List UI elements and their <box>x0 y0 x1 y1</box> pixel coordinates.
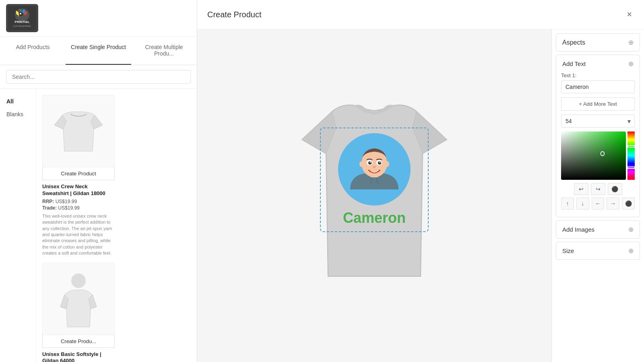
product-title-2: Unisex Basic Softstyle | Gildan 64000 <box>42 351 115 362</box>
move-up-button[interactable]: ↑ <box>561 197 574 210</box>
center-button[interactable]: ⚫ <box>608 183 622 195</box>
canvas-area: Cameron <box>197 29 551 362</box>
create-product-btn-2[interactable]: Create Produ... <box>42 335 115 348</box>
filter-sidebar: All Blanks <box>0 89 36 362</box>
rotate-right-button[interactable]: ↪ <box>591 183 605 195</box>
create-product-btn-1[interactable]: Create Product <box>42 167 115 180</box>
text-1-input[interactable] <box>561 80 635 93</box>
svg-point-20 <box>370 161 371 162</box>
product-desc-1: This well-loved unisex crew neck sweatsh… <box>42 213 115 257</box>
tab-create-multiple[interactable]: Create Multiple Produ... <box>131 37 197 65</box>
svg-text:PRINTIAL: PRINTIAL <box>15 20 30 24</box>
add-text-header[interactable]: Add Text ⊕ <box>556 55 640 72</box>
tab-create-single[interactable]: Create Single Product <box>66 37 131 65</box>
size-section: Size ⊕ <box>556 242 640 260</box>
svg-rect-26 <box>561 132 626 180</box>
align-button[interactable]: ⚫ <box>622 197 635 210</box>
add-images-header[interactable]: Add Images ⊕ <box>556 221 640 238</box>
product-title-1: Unisex Crew Neck Sweatshirt | Gildan 180… <box>42 183 115 197</box>
add-text-icon: ⊕ <box>628 60 634 68</box>
svg-point-21 <box>380 161 381 162</box>
left-panel: PRINTIAL CUSTOM APPAREL Add Products Cre… <box>0 0 197 362</box>
svg-text:CUSTOM APPAREL: CUSTOM APPAREL <box>13 25 31 27</box>
size-title: Size <box>562 247 574 254</box>
add-images-icon: ⊕ <box>628 226 634 233</box>
design-overlay[interactable]: Cameron <box>320 128 429 232</box>
modal-header: Create Product × <box>197 0 644 29</box>
svg-point-8 <box>71 274 86 288</box>
add-text-section: Add Text ⊕ Text 1: Add More Text 8101214 <box>556 55 640 217</box>
modal-body: Cameron Aspects ⊕ <box>197 29 644 362</box>
product-image-2 <box>42 263 115 335</box>
move-left-button[interactable]: ← <box>592 197 605 210</box>
tab-add-products[interactable]: Add Products <box>0 37 66 65</box>
font-size-wrapper: 8101214 16182024 28323640 4854607296 <box>561 115 635 128</box>
move-right-button[interactable]: → <box>607 197 619 210</box>
font-size-select[interactable]: 8101214 16182024 28323640 4854607296 <box>561 115 635 128</box>
add-images-section: Add Images ⊕ <box>556 220 640 239</box>
products-grid: Create Product Unisex Crew Neck Sweatshi… <box>36 89 197 362</box>
product-card: Create Product Unisex Crew Neck Sweatshi… <box>42 95 115 257</box>
tshirt-container: Cameron <box>290 87 459 304</box>
rotate-left-button[interactable]: ↩ <box>574 183 588 195</box>
logo-bar: PRINTIAL CUSTOM APPAREL <box>0 0 197 37</box>
right-panel: Aspects ⊕ Add Text ⊕ Text 1: <box>551 29 644 362</box>
svg-rect-28 <box>627 132 635 180</box>
search-bar <box>0 65 197 89</box>
create-product-modal: Create Product × <box>197 0 644 362</box>
modal-close-button[interactable]: × <box>625 7 634 22</box>
add-more-text-button[interactable]: Add More Text <box>561 97 635 111</box>
content-area: All Blanks <box>0 89 197 362</box>
modal-title: Create Product <box>207 10 262 19</box>
text-label: Text 1: <box>561 72 635 78</box>
design-text: Cameron <box>343 210 406 226</box>
size-header[interactable]: Size ⊕ <box>556 242 640 259</box>
product-card: Create Produ... Unisex Basic Softstyle |… <box>42 263 115 362</box>
main-tabs: Add Products Create Single Product Creat… <box>0 37 197 65</box>
ctrl-row-1: ↩ ↪ ⚫ <box>561 183 635 195</box>
product-rrp-1: RRP: US$19.99 <box>42 199 115 204</box>
aspects-icon: ⊕ <box>628 39 634 46</box>
aspects-section: Aspects ⊕ <box>556 33 640 51</box>
size-icon: ⊕ <box>628 247 634 255</box>
aspects-header[interactable]: Aspects ⊕ <box>556 34 640 51</box>
add-text-body: Text 1: Add More Text 8101214 16182024 2… <box>556 72 640 217</box>
control-buttons: ↩ ↪ ⚫ ↑ ↓ ← → ⚫ <box>561 183 635 210</box>
search-input[interactable] <box>6 70 191 84</box>
modal-overlay: Create Product × <box>197 0 644 362</box>
product-image-1 <box>42 95 115 167</box>
svg-point-23 <box>359 161 363 167</box>
filter-blanks[interactable]: Blanks <box>4 108 32 121</box>
color-gradient-box[interactable] <box>561 132 626 180</box>
product-trade-1: Trade: US$19.99 <box>42 205 115 211</box>
svg-point-24 <box>385 161 389 167</box>
filter-all[interactable]: All <box>4 95 32 108</box>
svg-point-22 <box>373 166 376 168</box>
aspects-title: Aspects <box>562 39 585 46</box>
color-picker <box>561 132 635 180</box>
logo-image: PRINTIAL CUSTOM APPAREL <box>6 4 38 32</box>
app-container: PRINTIAL CUSTOM APPAREL Add Products Cre… <box>0 0 644 362</box>
move-down-button[interactable]: ↓ <box>576 197 589 210</box>
svg-point-3 <box>20 13 21 14</box>
add-images-title: Add Images <box>562 226 594 233</box>
add-text-title: Add Text <box>562 60 586 67</box>
avatar-circle <box>338 133 411 206</box>
ctrl-row-2: ↑ ↓ ← → ⚫ <box>561 197 635 210</box>
color-hue-strip[interactable] <box>627 132 635 180</box>
